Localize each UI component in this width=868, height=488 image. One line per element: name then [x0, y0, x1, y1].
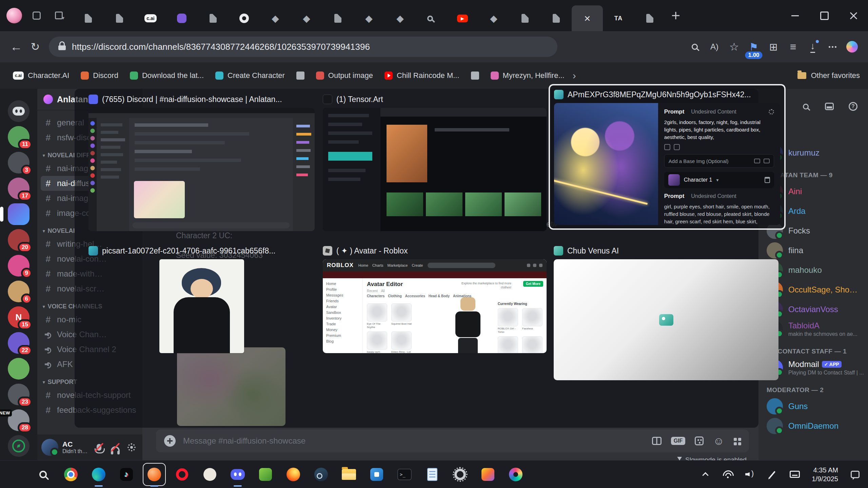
taskbar-app-blue[interactable]	[367, 465, 387, 484]
taskbar-app-edge[interactable]	[89, 465, 108, 484]
taskbar-app-start[interactable]	[5, 465, 25, 484]
browser-tab[interactable]: ◆	[384, 5, 416, 31]
browser-tab[interactable]: c.ai	[135, 5, 166, 31]
tab-preview-chub[interactable]: Chub Venus AI	[554, 245, 778, 380]
roblox-category[interactable]: Accessories	[405, 294, 425, 298]
roblox-sidebar-item[interactable]: Sandbox	[326, 310, 359, 316]
roblox-item[interactable]: baggy gym sweatpants	[367, 331, 389, 353]
prompt-text[interactable]: 2girls, indoors, factory, night, fog, in…	[664, 119, 774, 141]
tab-close-icon[interactable]: ×	[584, 13, 591, 24]
favorite-item[interactable]: Create Character	[211, 68, 290, 83]
roblox-category[interactable]: Characters	[367, 294, 384, 298]
roblox-worn-item[interactable]: Faceless	[522, 308, 544, 333]
more-menu-button[interactable]	[823, 36, 842, 58]
collections-button[interactable]	[784, 36, 802, 58]
taskbar-app-search[interactable]	[33, 465, 53, 484]
close-window-button[interactable]	[839, 0, 868, 31]
volume-button[interactable]	[743, 465, 757, 484]
active-tab[interactable]: ×	[572, 5, 603, 31]
touch-keyboard-button[interactable]	[787, 465, 802, 484]
back-button[interactable]	[7, 37, 26, 56]
taskbar-app-green[interactable]	[256, 465, 275, 484]
tab-preview-roblox[interactable]: ( ✦ ) Avatar - Roblox ROBLOX HomeChartsM…	[323, 245, 547, 353]
pen-button[interactable]	[765, 465, 780, 484]
browser-tab[interactable]	[229, 5, 260, 31]
browser-tab[interactable]	[540, 5, 572, 31]
zoom-button[interactable]	[686, 36, 704, 58]
taskbar-app-settings[interactable]	[450, 465, 470, 484]
browser-tab[interactable]	[104, 5, 135, 31]
roblox-sidebar-item[interactable]: Home	[326, 281, 359, 287]
taskbar-app-firefox[interactable]	[283, 465, 303, 484]
roblox-item[interactable]: Elden Ring - Let Me Solo Her	[391, 331, 413, 353]
roblox-sidebar-item[interactable]: Premium	[326, 333, 359, 339]
read-aloud-button[interactable]	[705, 36, 724, 58]
add-base-image-row[interactable]: Add a Base Img (Optional)	[664, 154, 774, 168]
get-more-button[interactable]: Get More	[523, 281, 543, 287]
refresh-button[interactable]	[26, 37, 45, 56]
browser-tab[interactable]	[322, 5, 353, 31]
roblox-sidebar-item[interactable]: Money	[326, 327, 359, 333]
taskbar-app-discord[interactable]	[228, 465, 248, 484]
roblox-sidebar-item[interactable]: Messages	[326, 292, 359, 298]
roblox-sidebar-item[interactable]: Avatar	[326, 304, 359, 310]
browser-tab[interactable]: TA	[603, 5, 634, 31]
browser-tab[interactable]: ◆	[353, 5, 384, 31]
roblox-sidebar-item[interactable]: Friends	[326, 298, 359, 304]
shopping-flag-button[interactable]: 1.00	[745, 36, 763, 58]
copilot-button[interactable]	[843, 36, 861, 58]
browser-tab[interactable]	[509, 5, 540, 31]
taskbar-app-white[interactable]	[200, 465, 220, 484]
favorite-item[interactable]: Chill Raincode M...	[380, 68, 464, 83]
browser-tab[interactable]: ◆	[260, 5, 291, 31]
taskbar-app-chrome[interactable]	[61, 465, 81, 484]
roblox-nav-link[interactable]: Home	[358, 263, 368, 267]
tool-icon[interactable]	[674, 144, 680, 150]
character-prompt-text[interactable]: girl, purple eyes, short hair, smile, op…	[664, 203, 774, 225]
roblox-worn-item[interactable]: Geek Of The Moon	[522, 336, 544, 353]
roblox-sidebar-item[interactable]: Trade	[326, 321, 359, 327]
notifications-button[interactable]	[848, 465, 863, 484]
favorite-item[interactable]: Output image	[311, 68, 378, 83]
taskbar-app-terminal[interactable]: >_	[395, 465, 414, 484]
taskbar-app-studio[interactable]	[478, 465, 498, 484]
extensions-button[interactable]	[764, 36, 783, 58]
char-undesired-tab[interactable]: Undesired Content	[691, 193, 736, 199]
taskbar-app-opera[interactable]	[172, 465, 192, 484]
roblox-category[interactable]: Clothing	[388, 294, 402, 298]
roblox-nav-link[interactable]: Marketplace	[387, 263, 408, 267]
taskbar-app-notepad[interactable]	[422, 465, 442, 484]
roblox-item[interactable]: Eye Of The Scythe	[367, 303, 389, 329]
network-button[interactable]	[720, 465, 735, 484]
tab-preview-picsart[interactable]: picsart-1a0072ef-c201-4706-aafc-9961cab6…	[88, 245, 315, 353]
favorite-item[interactable]: Download the lat...	[125, 68, 209, 83]
character-1-row[interactable]: Character 1	[664, 172, 774, 188]
favorites-overflow-button[interactable]	[569, 70, 579, 81]
profile-button[interactable]	[5, 6, 24, 25]
new-tab-button[interactable]	[667, 6, 685, 25]
taskbar-app-steam[interactable]	[311, 465, 331, 484]
tab-preview-discord[interactable]: (7655) Discord | #nai-diffusion-showcase…	[88, 94, 315, 231]
favorite-item[interactable]: c.aiCharacter.AI	[8, 68, 74, 83]
trash-icon[interactable]	[765, 177, 770, 183]
favorite-item[interactable]: Myrezyn, Hellfire...	[486, 68, 569, 83]
tab-preview-tensorart[interactable]: (1) Tensor.Art	[323, 94, 547, 231]
tab-actions-button[interactable]	[50, 6, 68, 25]
gear-icon[interactable]	[769, 109, 774, 115]
roblox-item[interactable]: Squirrel Boxi Hat	[391, 303, 413, 329]
tab-preview-novelai-selected[interactable]: APmEXPrG3f8MEPqZMgU6Nn5h9gOyb1sFSHx42...…	[549, 84, 786, 230]
browser-tab[interactable]	[634, 5, 665, 31]
address-bar[interactable]: https://discord.com/channels/83677430877…	[49, 37, 557, 57]
tool-icon[interactable]	[664, 144, 670, 150]
favorite-item[interactable]: Discord	[76, 68, 123, 83]
undesired-content-tab[interactable]: Undesired Content	[691, 109, 736, 115]
minimize-button[interactable]	[781, 0, 810, 31]
browser-tab[interactable]	[416, 5, 447, 31]
browser-tab[interactable]	[197, 5, 229, 31]
roblox-nav-link[interactable]: Charts	[372, 263, 383, 267]
roblox-sidebar-item[interactable]: Profile	[326, 287, 359, 292]
favorite-item[interactable]	[466, 69, 484, 82]
browser-tab[interactable]: ◆	[478, 5, 509, 31]
taskbar-app-palette[interactable]	[506, 465, 526, 484]
roblox-worn-item[interactable]: ROBLOX Girl - Torso	[498, 308, 519, 333]
